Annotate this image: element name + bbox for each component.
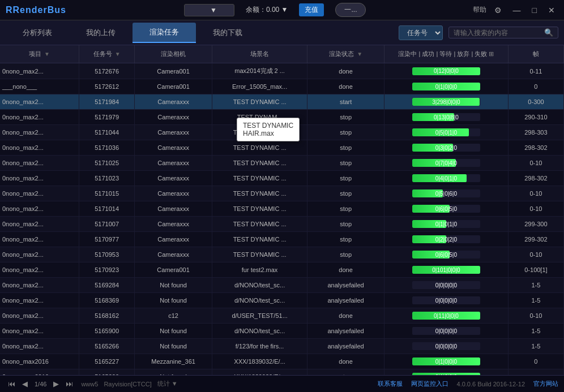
cell-project: 0nono_max2... (0, 262, 79, 278)
close-button[interactable]: ✕ (545, 5, 558, 16)
cell-frames: 299-300 (508, 217, 563, 232)
maximize-button[interactable]: □ (529, 5, 540, 16)
search-input[interactable] (454, 29, 544, 37)
cell-progress: 0|0|0|0|0 (384, 278, 509, 293)
cell-project: 0nono_max2016 (0, 354, 79, 369)
table-row[interactable]: 0nono_max2... 5171007 Cameraxxx TEST DYN… (0, 217, 564, 232)
tooltip-line1: TEST DYNAMIC (243, 122, 293, 130)
tab-upload[interactable]: 我的上传 (69, 23, 133, 42)
settings-icon[interactable]: ⚙ (491, 5, 505, 16)
table-row[interactable]: 0nono_max2... 5171023 Cameraxxx TEST DYN… (0, 171, 564, 186)
cell-scene: fur test2.max (212, 262, 307, 278)
task-filter-select[interactable]: 任务号 (399, 25, 443, 40)
cell-status: stop (307, 232, 384, 247)
header-scene: 场景名 (212, 45, 307, 63)
cell-frames: 298-302 (508, 140, 563, 156)
header-status[interactable]: 渲染状态 ▼ (307, 45, 384, 63)
stats-label[interactable]: 统计 ▼ (157, 380, 178, 388)
prev-page-button[interactable]: ◀ (20, 378, 30, 389)
cell-camera: Cameraxxx (135, 110, 212, 125)
cell-camera: Cameraxxx (135, 217, 212, 232)
cell-status: stop (307, 201, 384, 217)
cell-project: 0nono_max2... (0, 63, 79, 79)
tab-download[interactable]: 我的下载 (196, 23, 259, 42)
progress-bar: 0|13|0|8|0 (412, 113, 480, 121)
server-dropdown[interactable]: ▼ (184, 4, 234, 16)
cell-task: 5172612 (79, 79, 135, 94)
header-project[interactable]: 项目 ▼ (0, 45, 79, 63)
table-row[interactable]: 0nono_max2... 5172676 Camera001 max2014完… (0, 63, 564, 79)
progress-bar: 0|1|0|0|0 (412, 373, 480, 375)
table-row[interactable]: 0nono_max2... 5165900 Not found d/NONO/t… (0, 324, 564, 339)
cell-project: 0nono_max2... (0, 324, 79, 339)
cell-scene: TEST DYNAMIC ... (212, 186, 307, 201)
cell-task: 5171984 (79, 94, 135, 110)
table-row[interactable]: 0nono_max2016 5165220 Not found XXX/1839… (0, 369, 564, 376)
monitor-link[interactable]: 网页监控入口 (411, 380, 448, 388)
table-row[interactable]: 0nono_max2... 5168369 Not found d/NONO/t… (0, 293, 564, 308)
cell-status: done (307, 63, 384, 79)
search-box: 🔍 (448, 27, 558, 38)
official-site-link[interactable]: 官方网站 (533, 380, 558, 388)
cell-progress: 0|12|0|0|0 (384, 63, 509, 79)
progress-bar: 0|0|0|0|0 (412, 281, 480, 289)
table-row[interactable]: 0nono_max2... 5165266 Not found f/123/fo… (0, 339, 564, 354)
cell-status: done (307, 308, 384, 324)
table-row[interactable]: 0nono_max2... 5171014 Cameraxxx TEST DYN… (0, 201, 564, 217)
next-page-button[interactable]: ▶ (51, 378, 61, 389)
table-row[interactable]: 0nono_max2... 5171036 Cameraxxx TEST DYN… (0, 140, 564, 156)
progress-bar-text: 0|0|0|0|0 (412, 298, 480, 304)
table-row[interactable]: 0nono_max2... 5170953 Cameraxxx TEST DYN… (0, 247, 564, 262)
cell-scene: max2014完成 2 ... (212, 63, 307, 79)
account-button[interactable]: 一... (335, 3, 366, 17)
logo-r: R (6, 5, 13, 15)
progress-bar: 0|6|0|5|0 (412, 205, 480, 213)
titlebar-right: 帮助 ⚙ — □ ✕ (473, 5, 558, 16)
table-row[interactable]: 0nono_max2... 5169284 Not found d/NONO/t… (0, 278, 564, 293)
pagination-nav: ⏮ ◀ 1/46 ▶ ⏭ (6, 378, 75, 389)
cell-task: 5171044 (79, 125, 135, 140)
cell-camera: Camera001 (135, 262, 212, 278)
cell-camera: Not found (135, 278, 212, 293)
progress-bar-text: 0|6|0|5|0 (412, 252, 480, 258)
progress-bar: 3|298|0|0|0 (412, 98, 480, 106)
table-row[interactable]: 0nono_max2... 5171015 Cameraxxx TEST DYN… (0, 186, 564, 201)
cell-camera: Cameraxxx (135, 125, 212, 140)
table-row[interactable]: 0nono_max2... 5171025 Cameraxxx TEST DYN… (0, 156, 564, 171)
first-page-button[interactable]: ⏮ (6, 378, 18, 389)
cell-camera: Cameraxxx (135, 140, 212, 156)
table-row[interactable]: 0nono_max2... 5171984 Cameraxxx TEST DYN… (0, 94, 564, 110)
cell-progress: 0|0|0|0|0 (384, 339, 509, 354)
cell-project: 0nono_max2... (0, 293, 79, 308)
progress-bar-text: 0|11|0|0|0 (412, 313, 480, 319)
progress-bar: 0|0|0|0|0 (412, 342, 480, 350)
cell-camera: Not found (135, 324, 212, 339)
cell-camera: Camera001 (135, 79, 212, 94)
table-row[interactable]: ___nono___ 5172612 Camera001 Error_15005… (0, 79, 564, 94)
cell-task: 5170953 (79, 247, 135, 262)
progress-bar: 0|4|0|1|0 (412, 174, 480, 182)
help-link[interactable]: 帮助 (473, 5, 486, 15)
progress-bar-text: 0|2|0|2|0 (412, 236, 480, 243)
cell-status: stop (307, 171, 384, 186)
header-task[interactable]: 任务号 ▼ (79, 45, 135, 63)
cell-project: 0nono_max2... (0, 201, 79, 217)
minimize-button[interactable]: — (510, 5, 524, 16)
cell-progress: 0|2|0|2|0 (384, 232, 509, 247)
cell-project: 0nono_max2... (0, 125, 79, 140)
cell-frames (508, 369, 563, 376)
cell-camera: Cameraxxx (135, 186, 212, 201)
tab-analysis[interactable]: 分析列表 (6, 23, 69, 42)
tab-render[interactable]: 渲染任务 (133, 23, 196, 43)
contact-link[interactable]: 联系客服 (378, 380, 403, 388)
table-row[interactable]: 0nono_max2... 5170923 Camera001 fur test… (0, 262, 564, 278)
progress-bar-text: 3|298|0|0|0 (412, 99, 480, 105)
last-page-button[interactable]: ⏭ (63, 378, 75, 389)
table-row[interactable]: 0nono_max2016 5165227 Mezzanine_361 XXX/… (0, 354, 564, 369)
recharge-button[interactable]: 充值 (299, 3, 324, 16)
cell-status: stop (307, 140, 384, 156)
progress-bar: 0|101|0|0|0 (412, 266, 480, 274)
table-row[interactable]: 0nono_max2... 5170977 Cameraxxx TEST DYN… (0, 232, 564, 247)
table-row[interactable]: 0nono_max2... 5168162 c12 d/USER_TEST/51… (0, 308, 564, 324)
cell-task: 5171007 (79, 217, 135, 232)
